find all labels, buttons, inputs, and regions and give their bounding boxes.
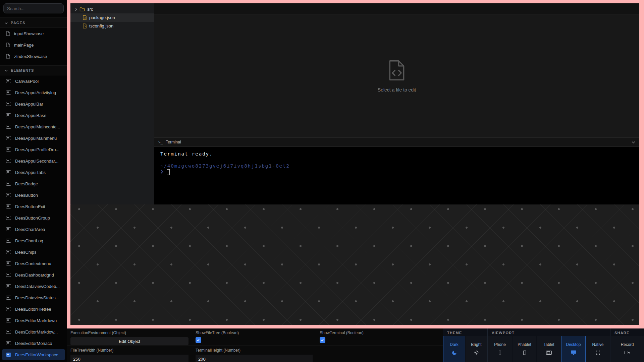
json-file-icon [83, 15, 87, 20]
sidebar-item-label: DeesAppuiMainconte... [15, 124, 60, 129]
sidebar-item-mainPage[interactable]: mainPage [2, 39, 65, 51]
editor-empty-state: Select a file to edit [154, 14, 639, 137]
sidebar-item-DeesBadge[interactable]: DeesBadge [2, 178, 65, 189]
sidebar-item-label: DeesDashboardgrid [15, 273, 54, 278]
sidebar-item-label: DeesDataviewCodeb... [15, 284, 60, 289]
phone-icon [497, 350, 502, 356]
sidebar-item-DeesEditorMarkdown[interactable]: DeesEditorMarkdown [2, 315, 65, 326]
toolbar-option-label: Desktop [566, 342, 581, 347]
terminal-panel: >_ Terminal Terminal ready. ~/40mzgcwo82… [154, 137, 639, 204]
prop-label: FileTreeWidth (Number) [70, 348, 189, 353]
phablet-icon [522, 350, 527, 356]
sidebar-item-DeesAppuiMainmenu[interactable]: DeesAppuiMainmenu [2, 132, 65, 144]
terminal-cursor [167, 169, 170, 175]
filetree-row-tsconfig.json[interactable]: tsconfig.json [70, 22, 154, 30]
sidebar-item-label: DeesEditorMonaco [15, 341, 52, 346]
sidebar-item-DeesEditorFiletree[interactable]: DeesEditorFiletree [2, 303, 65, 315]
sidebar-item-DeesEditorWorkspace[interactable]: DeesEditorWorkspace [2, 349, 65, 360]
sidebar-item-label: DeesButtonExit [15, 204, 45, 209]
sidebar-item-DeesButtonExit[interactable]: DeesButtonExit [2, 201, 65, 212]
sidebar-item-label: CanvasPool [15, 79, 39, 84]
sidebar-item-label: inputShowcase [14, 31, 44, 36]
toolbar-section-share: SHARE Record [610, 328, 644, 362]
component-icon [6, 284, 11, 288]
show-file-tree-checkbox[interactable] [196, 337, 201, 343]
toolbar-section-viewport: VIEWPORT Phone Phablet Tablet Desktop Na… [487, 328, 610, 362]
sidebar-item-DeesDataviewCodeb[interactable]: DeesDataviewCodeb... [2, 281, 65, 292]
component-icon [6, 273, 11, 277]
prop-show-terminal: ShowTerminal (Boolean) [316, 328, 443, 346]
prop-label: ShowTerminal (Boolean) [320, 330, 439, 335]
toolbar-section-label: VIEWPORT [488, 328, 610, 336]
sidebar-item-inputShowcase[interactable]: inputShowcase [2, 28, 65, 39]
sidebar-item-DeesChips[interactable]: DeesChips [2, 246, 65, 258]
sidebar-item-DeesButton[interactable]: DeesButton [2, 189, 65, 201]
sidebar-item-DeesAppuiBar[interactable]: DeesAppuiBar [2, 98, 65, 110]
sidebar-item-label: zIndexShowcase [14, 54, 47, 59]
sidebar-item-DeesChartLog[interactable]: DeesChartLog [2, 235, 65, 246]
demo-frame: src package.json [67, 0, 644, 328]
component-icon [6, 113, 11, 117]
terminal-collapse-button[interactable] [632, 141, 635, 143]
sidebar-item-DeesAppuiActivitylog[interactable]: DeesAppuiActivitylog [2, 87, 65, 98]
prop-file-tree-width: FileTreeWidth (Number) [67, 346, 192, 362]
sidebar-item-DeesEditorMarkdow[interactable]: DeesEditorMarkdow... [2, 326, 65, 338]
phablet-button[interactable]: Phablet [512, 336, 537, 362]
sidebar-item-label: DeesEditorMarkdow... [15, 329, 58, 335]
sidebar-item-DeesChartArea[interactable]: DeesChartArea [2, 224, 65, 235]
filetree-row-src[interactable]: src [70, 5, 154, 13]
toolbar-option-label: Phone [494, 342, 506, 347]
sidebar-item-DeesEditorMonaco[interactable]: DeesEditorMonaco [2, 338, 65, 349]
terminal-body[interactable]: Terminal ready. ~/40mzgcwo8273gvej6i7ivq… [154, 147, 639, 204]
sidebar-item-DeesAppuiTabs[interactable]: DeesAppuiTabs [2, 167, 65, 178]
folder-icon [79, 7, 85, 11]
native-icon [595, 350, 601, 356]
terminal-prompt-row [160, 169, 633, 175]
toolbar-option-label: Dark [450, 342, 458, 347]
sidebar-item-label: mainPage [14, 43, 34, 48]
sidebar-item-label: DeesChips [15, 250, 37, 255]
component-icon [6, 216, 11, 220]
component-icon [6, 204, 11, 208]
component-sidebar: PAGES inputShowcase mainPage [0, 0, 67, 362]
tablet-button[interactable]: Tablet [537, 336, 561, 362]
sidebar-item-DeesAppuiProfileDro[interactable]: DeesAppuiProfileDro... [2, 144, 65, 155]
sidebar-item-DeesDashboardgrid[interactable]: DeesDashboardgrid [2, 269, 65, 281]
component-icon [6, 193, 11, 197]
component-icon [6, 239, 11, 243]
component-icon [6, 341, 11, 345]
native-button[interactable]: Native [586, 336, 610, 362]
sidebar-item-label: DeesDataviewStatus... [15, 295, 59, 300]
terminal-height-input[interactable] [196, 355, 313, 362]
sidebar-item-DeesButtonGroup[interactable]: DeesButtonGroup [2, 212, 65, 224]
terminal-header: >_ Terminal [154, 137, 639, 147]
desktop-button[interactable]: Desktop [561, 336, 586, 362]
file-tree-width-input[interactable] [70, 355, 189, 362]
sidebar-item-CanvasPool[interactable]: CanvasPool [2, 75, 65, 87]
sidebar-item-label: DeesButton [15, 193, 38, 198]
sidebar-item-label: DeesChartLog [15, 238, 43, 243]
sidebar-item-DeesAppuiSecondar[interactable]: DeesAppuiSecondar... [2, 155, 65, 167]
edit-object-button[interactable]: Edit Object [70, 337, 189, 345]
sidebar-item-DeesAppuiMainconte[interactable]: DeesAppuiMainconte... [2, 121, 65, 132]
phone-button[interactable]: Phone [488, 336, 512, 362]
sidebar-item-label: DeesAppuiTabs [15, 170, 46, 175]
sidebar-section: ELEMENTS CanvasPool DeesAppuiActivitylog [0, 65, 67, 360]
desktop-icon [571, 350, 577, 356]
page-icon [6, 43, 10, 47]
sidebar-item-DeesAppuiBase[interactable]: DeesAppuiBase [2, 110, 65, 121]
filetree-row-package.json[interactable]: package.json [70, 13, 154, 22]
sidebar-item-DeesDataviewStatus[interactable]: DeesDataviewStatus... [2, 292, 65, 303]
section-header[interactable]: PAGES [0, 18, 67, 28]
dark-button[interactable]: Dark [443, 336, 465, 362]
sidebar-item-zIndexShowcase[interactable]: zIndexShowcase [2, 51, 65, 62]
chevron-right-icon [75, 8, 77, 11]
sidebar-item-DeesContextmenu[interactable]: DeesContextmenu [2, 258, 65, 269]
show-terminal-checkbox[interactable] [320, 337, 325, 343]
record-button[interactable]: Record [610, 336, 644, 362]
bright-button[interactable]: Bright [465, 336, 487, 362]
search-input[interactable] [3, 3, 64, 13]
section-header[interactable]: ELEMENTS [0, 65, 67, 75]
component-icon [6, 296, 11, 300]
sidebar-item-label: DeesAppuiBar [15, 102, 43, 107]
